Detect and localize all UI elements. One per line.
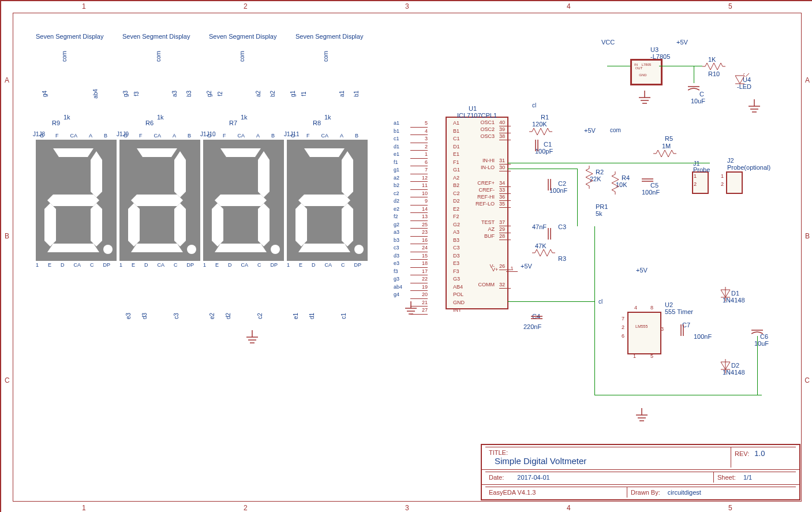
title-value: Simple Digital Voltmeter <box>495 456 586 466</box>
comp-ref: U3 <box>650 46 658 53</box>
ic-u3: IN L7805 OUT GND <box>630 59 663 85</box>
date-label: Date: <box>489 474 504 481</box>
pin-row: 1EDCACDP <box>203 262 278 268</box>
net-cl: cl <box>598 298 603 305</box>
pin-row: GFCAAB <box>40 133 107 139</box>
pin-row: GFCAAB <box>124 133 191 139</box>
net: f2 <box>217 91 223 96</box>
comp-val: 1K <box>708 56 716 63</box>
tool-value: EasyEDA V4.1.3 <box>489 489 536 496</box>
comp-ref: D2 <box>731 362 739 369</box>
drawn-value: circuitdigest <box>668 489 701 496</box>
comp-val: 47K <box>535 242 547 249</box>
net: com <box>155 51 162 62</box>
comp-val: 1M <box>662 143 671 150</box>
comp-ref: R10 <box>708 70 720 77</box>
svg-point-27 <box>354 245 364 254</box>
pin-row: 1EDCACDP <box>287 262 361 268</box>
comp-ref: D1 <box>731 290 739 297</box>
net: com <box>61 51 68 62</box>
svg-marker-26 <box>298 244 350 252</box>
display-title: Seven Segment Display <box>122 33 190 40</box>
power: +5V <box>636 267 648 274</box>
pin: 1 <box>721 173 724 179</box>
comp-val: Probe <box>693 166 710 173</box>
pin-row: 1EDCACDP <box>119 262 194 268</box>
grid-row: A <box>5 76 9 84</box>
comp-ref: U2 <box>665 301 673 308</box>
comp-val: 120K <box>532 121 547 128</box>
net: d2 <box>225 313 231 319</box>
pin: 1 <box>694 173 697 179</box>
comp-val: 10uF <box>691 98 705 104</box>
svg-marker-17 <box>212 203 223 246</box>
ic-u2: LM555 <box>627 312 661 354</box>
res-ref: R6 <box>145 119 154 126</box>
svg-marker-11 <box>174 203 186 246</box>
net: f3 <box>133 91 140 96</box>
comp-ref: C3 <box>558 223 566 230</box>
resistor-icon <box>529 128 552 135</box>
svg-marker-3 <box>44 203 56 246</box>
res-ref: R7 <box>229 119 237 126</box>
net: g1 <box>290 91 296 97</box>
svg-marker-10 <box>128 203 140 246</box>
comp-val: 10uF <box>754 340 769 347</box>
resistor-icon <box>532 249 555 256</box>
capacitor-icon <box>544 179 555 190</box>
net: d3 <box>141 313 148 319</box>
ground-icon <box>633 408 650 425</box>
grid-col: 3 <box>405 504 409 512</box>
svg-marker-19 <box>215 244 267 252</box>
svg-marker-14 <box>220 148 261 157</box>
net: c2 <box>257 313 263 319</box>
pin-row: GFCAAB <box>207 133 275 139</box>
sheet-label: Sheet: <box>717 474 736 481</box>
grid-col: 1 <box>82 504 86 512</box>
title-block: TITLE: Simple Digital Voltmeter REV: 1.0… <box>481 444 800 500</box>
resistor-icon <box>612 171 619 195</box>
capacitor-icon <box>544 228 555 240</box>
svg-point-13 <box>187 245 196 254</box>
svg-marker-15 <box>258 151 270 197</box>
display-title: Seven Segment Display <box>209 33 276 40</box>
power-vcc: VCC <box>601 39 615 46</box>
svg-marker-5 <box>47 244 99 252</box>
svg-marker-0 <box>53 148 93 157</box>
comp-val: -L7805 <box>650 53 670 60</box>
ground-icon <box>746 99 763 117</box>
grid-row: A <box>805 76 810 84</box>
comp-val: 100nF <box>694 333 712 340</box>
svg-marker-9 <box>131 195 183 206</box>
rev-value: 1.0 <box>754 449 765 458</box>
net-cl: cl <box>532 102 536 109</box>
svg-line-62 <box>743 73 747 74</box>
sheet-value: 1/1 <box>743 474 752 481</box>
comp-val: Probe(optional) <box>727 164 770 171</box>
resistor-icon <box>653 150 676 157</box>
rev-label: REV: <box>735 450 749 457</box>
grid-col: 2 <box>244 2 248 10</box>
probe-j2 <box>726 171 743 194</box>
res-val: 1k <box>241 114 248 121</box>
seven-segment-1 <box>36 140 117 261</box>
seven-segment-2 <box>119 140 200 261</box>
net: a2 <box>255 91 261 97</box>
ic-ref: U1 <box>469 105 477 112</box>
comp-val: 100nF <box>642 189 660 196</box>
grid-col: 4 <box>567 2 571 10</box>
comp-ref: PR1 <box>596 203 608 210</box>
net-com: com <box>610 127 621 133</box>
grid-row: C <box>5 376 10 384</box>
net: a3 <box>171 91 178 97</box>
capacitor-icon <box>642 174 653 186</box>
comp-ref: R1 <box>541 114 549 121</box>
resistor-icon <box>586 166 593 189</box>
capacitor-icon <box>688 82 699 94</box>
comp-ref: C1 <box>544 141 552 148</box>
ic-right-pins: OSC140 OSC239 OSC338 IN-HI31 IN-LO30 CRE… <box>474 119 511 289</box>
res-val: 1k <box>157 114 164 121</box>
drawn-label: Drawn By: <box>631 489 660 496</box>
power: +5V <box>676 39 688 46</box>
net: ab4 <box>92 89 99 99</box>
